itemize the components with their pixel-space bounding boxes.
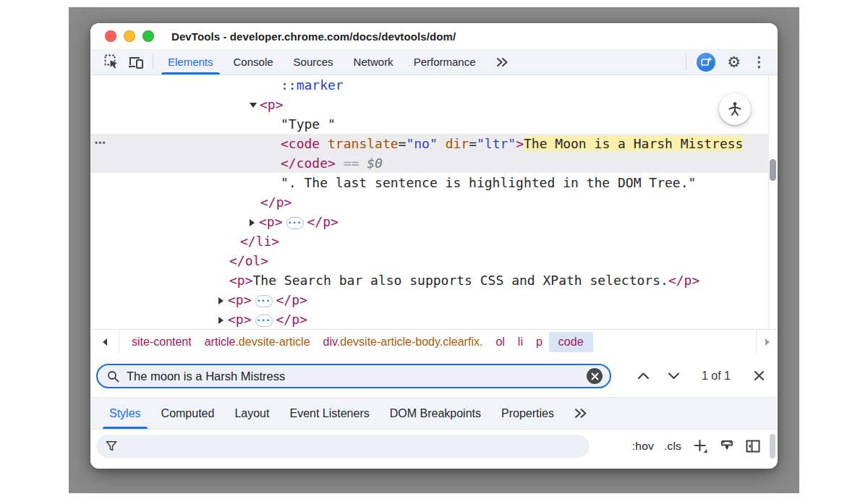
toolbar-divider-right bbox=[686, 54, 686, 70]
dom-token-tag: </p> bbox=[276, 292, 307, 307]
ai-assistant-icon[interactable] bbox=[697, 53, 715, 72]
tab-console[interactable]: Console bbox=[224, 49, 284, 74]
dom-tree-row[interactable]: <p>•••</p> bbox=[90, 290, 778, 310]
breadcrumb-item[interactable]: ol bbox=[489, 332, 511, 352]
vertical-scrollbar[interactable] bbox=[768, 75, 778, 329]
dom-token-attr: dir bbox=[446, 136, 469, 151]
styles-tab-event-listeners[interactable]: Event Listeners bbox=[279, 398, 379, 429]
toolbar-right-group: ⚙ ⋮ bbox=[681, 49, 778, 74]
dom-tree-row[interactable]: <p>•••</p> bbox=[90, 212, 778, 231]
styles-tab-properties[interactable]: Properties bbox=[491, 398, 564, 429]
dom-token-tag: <p> bbox=[259, 214, 283, 229]
breadcrumb-item[interactable]: li bbox=[511, 332, 529, 352]
styles-tab-dom-breakpoints[interactable]: DOM Breakpoints bbox=[380, 398, 491, 429]
styles-filter-icons: :hov .cls bbox=[622, 430, 760, 463]
inspect-icon[interactable] bbox=[99, 49, 124, 74]
gear-icon[interactable]: ⚙ bbox=[727, 54, 741, 69]
collapsed-content-ellipsis-icon[interactable]: ••• bbox=[255, 315, 273, 327]
tab-network[interactable]: Network bbox=[344, 49, 404, 74]
match-count: 1 of 1 bbox=[691, 370, 741, 383]
dom-token-text: = bbox=[399, 136, 407, 151]
styles-tab-computed[interactable]: Computed bbox=[151, 398, 225, 429]
breadcrumb-scroll-left-icon[interactable] bbox=[90, 330, 119, 354]
collapsed-content-ellipsis-icon[interactable]: ••• bbox=[286, 217, 304, 229]
dom-token-dollar: $0 bbox=[367, 155, 383, 171]
dom-token-text bbox=[438, 136, 446, 151]
dom-tree-row[interactable]: •••<code translate="no" dir="ltr">The Mo… bbox=[90, 134, 768, 153]
close-window-button[interactable] bbox=[105, 30, 116, 42]
rendering-brush-icon[interactable] bbox=[720, 439, 734, 454]
dom-tree-row[interactable]: </ol> bbox=[90, 251, 778, 270]
dom-token-tag: </p> bbox=[276, 312, 307, 327]
more-styles-tabs-icon[interactable] bbox=[564, 398, 597, 429]
dom-tree-row[interactable]: ". The last sentence is highlighted in t… bbox=[90, 173, 778, 192]
toolbar-divider bbox=[153, 54, 153, 69]
device-toolbar-icon[interactable] bbox=[124, 49, 148, 74]
minimize-window-button[interactable] bbox=[124, 30, 135, 42]
dom-tree-row[interactable]: </code> == $0 bbox=[90, 153, 768, 173]
styles-scrollbar-thumb[interactable] bbox=[770, 434, 775, 459]
dom-token-tag: <p> bbox=[228, 312, 252, 327]
kebab-menu-icon[interactable]: ⋮ bbox=[752, 54, 766, 70]
dom-tree-row[interactable]: </li> bbox=[90, 231, 778, 251]
next-match-icon[interactable] bbox=[660, 363, 686, 389]
dom-token-tag: <p> bbox=[228, 292, 252, 307]
styles-tab-styles[interactable]: Styles bbox=[99, 398, 151, 429]
expand-arrow-right-icon[interactable] bbox=[218, 317, 224, 324]
dom-tree-row[interactable]: <p>The Search bar also supports CSS and … bbox=[90, 270, 778, 290]
dom-tree-row[interactable]: </p> bbox=[90, 192, 778, 212]
search-input[interactable]: The moon is a Harsh Mistress bbox=[96, 364, 611, 388]
dom-token-tag: </p> bbox=[260, 195, 292, 210]
dom-tree-row[interactable]: <p> bbox=[90, 95, 778, 114]
breadcrumb-tag: article bbox=[205, 336, 236, 348]
dom-tree-row[interactable]: <p>•••</p> bbox=[90, 310, 778, 329]
scrollbar-thumb[interactable] bbox=[770, 159, 776, 181]
zoom-window-button[interactable] bbox=[142, 30, 154, 42]
row-overflow-dots-icon[interactable]: ••• bbox=[95, 134, 106, 153]
search-icon bbox=[107, 370, 119, 383]
breadcrumb-tag: li bbox=[518, 336, 523, 348]
tab-performance[interactable]: Performance bbox=[404, 49, 486, 74]
search-input-value[interactable]: The moon is a Harsh Mistress bbox=[127, 370, 587, 383]
tab-elements[interactable]: Elements bbox=[158, 49, 224, 74]
breadcrumb-item[interactable]: site-content bbox=[125, 332, 198, 352]
styles-tabs: StylesComputedLayoutEvent ListenersDOM B… bbox=[99, 398, 564, 429]
devtools-window: DevTools - developer.chrome.com/docs/dev… bbox=[90, 23, 778, 469]
breadcrumb-item[interactable]: code bbox=[549, 332, 593, 352]
toggle-sidebar-icon[interactable] bbox=[746, 440, 760, 453]
expand-arrow-down-icon[interactable] bbox=[250, 103, 257, 108]
tab-sources[interactable]: Sources bbox=[284, 49, 344, 74]
breadcrumb-item[interactable]: article.devsite-article bbox=[198, 332, 317, 352]
expand-arrow-right-icon[interactable] bbox=[250, 219, 255, 226]
styles-filter-input[interactable] bbox=[96, 435, 590, 458]
breadcrumb-tag: div bbox=[323, 336, 337, 348]
breadcrumb-item[interactable]: p bbox=[529, 332, 549, 352]
dom-tree-row[interactable]: ::marker bbox=[90, 75, 778, 95]
title-bar: DevTools - developer.chrome.com/docs/dev… bbox=[90, 23, 778, 49]
breadcrumb-item[interactable]: div.devsite-article-body.clearfix. bbox=[317, 332, 490, 352]
styles-tab-layout[interactable]: Layout bbox=[224, 398, 279, 429]
more-tabs-icon[interactable] bbox=[486, 49, 519, 74]
breadcrumb-scroll-right-icon[interactable] bbox=[756, 330, 778, 354]
panel-tabs: ElementsConsoleSourcesNetworkPerformance bbox=[158, 49, 486, 74]
dom-token-gray: == bbox=[336, 155, 367, 171]
dom-token-tag: </code> bbox=[281, 155, 336, 171]
accessibility-person-icon[interactable] bbox=[719, 93, 751, 125]
breadcrumb-tag: p bbox=[536, 336, 542, 348]
previous-match-icon[interactable] bbox=[630, 363, 656, 389]
search-row: The moon is a Harsh Mistress 1 of 1 bbox=[90, 354, 778, 398]
dom-token-text bbox=[320, 136, 328, 151]
toggle-hover-state-button[interactable]: :hov bbox=[632, 440, 654, 453]
dom-tree-row[interactable]: "Type " bbox=[90, 114, 778, 134]
dom-token-val: "no" bbox=[406, 136, 437, 151]
collapsed-content-ellipsis-icon[interactable]: ••• bbox=[255, 295, 273, 307]
expand-arrow-right-icon[interactable] bbox=[218, 297, 224, 304]
styles-filter-row: :hov .cls bbox=[90, 430, 778, 469]
clear-icon[interactable] bbox=[587, 368, 603, 384]
search-controls: 1 of 1 bbox=[626, 354, 772, 397]
dom-token-tag: </ol> bbox=[229, 253, 268, 268]
toggle-class-button[interactable]: .cls bbox=[664, 440, 681, 453]
close-icon[interactable] bbox=[746, 363, 772, 389]
breadcrumb-tag: site-content bbox=[132, 336, 192, 348]
new-style-rule-icon[interactable] bbox=[693, 439, 708, 454]
